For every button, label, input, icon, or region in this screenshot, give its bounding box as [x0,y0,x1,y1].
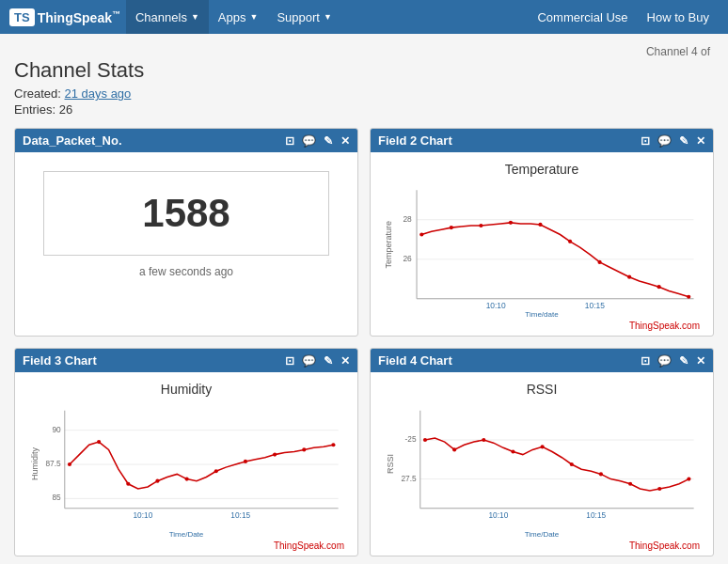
svg-text:10:15: 10:15 [230,510,250,520]
svg-point-10 [450,226,453,229]
hum-svg: 90 87.5 85 10:10 10:15 [45,399,348,530]
nav-support[interactable]: Support ▼ [267,0,340,34]
widget-header-3: Field 3 Chart ⊡ 💬 ✎ ✕ [15,349,357,372]
chart-title-rssi: RSSI [380,382,704,397]
widget-icons-1: ⊡ 💬 ✎ ✕ [285,134,350,148]
svg-point-54 [599,472,603,476]
widget-data-packet: Data_Packet_No. ⊡ 💬 ✎ ✕ 1588 a few secon… [14,128,358,337]
svg-point-11 [479,224,483,227]
widget-header-1: Data_Packet_No. ⊡ 💬 ✎ ✕ [15,129,357,152]
x-label-temp: Time/date [380,310,704,319]
widget-icons-2: ⊡ 💬 ✎ ✕ [641,134,705,148]
svg-point-56 [657,487,661,491]
svg-point-29 [68,462,71,466]
widget-title-4: Field 4 Chart [378,353,641,368]
svg-point-34 [214,469,218,473]
svg-point-50 [482,438,485,442]
svg-point-36 [273,453,277,457]
svg-point-52 [541,445,545,448]
numeric-display: 1588 [43,171,329,256]
comment-icon-2[interactable]: 💬 [657,134,672,148]
y-label-rssi: RSSI [386,454,395,474]
svg-text:10:15: 10:15 [585,301,605,310]
x-label-rssi: Time/Date [380,530,704,539]
nav-commercial[interactable]: Commercial Use [528,0,637,34]
svg-point-14 [568,240,572,243]
credit-hum: ThingSpeak.com [24,540,348,551]
svg-text:10:10: 10:10 [486,301,506,310]
rssi-chart: RSSI RSSI -25 [380,382,704,546]
y-label-hum: Humidity [30,447,40,480]
temp-svg: 28 26 10:10 10:15 [397,179,704,310]
y-label-temp: Temperature [384,221,393,269]
navbar: TS ThingSpeak™ Channels ▼ Apps ▼ Support… [0,0,728,34]
widget-title-2: Field 2 Chart [378,133,641,148]
widget-icons-3: ⊡ 💬 ✎ ✕ [285,354,350,368]
nav-howtobuy[interactable]: How to Buy [638,0,719,34]
edit-icon-4[interactable]: ✎ [679,354,688,368]
channel-info: Channel 4 of [14,45,714,58]
widget-field2: Field 2 Chart ⊡ 💬 ✎ ✕ Temperature Temper… [370,128,714,337]
export-icon[interactable]: ⊡ [285,134,294,148]
svg-text:10:10: 10:10 [488,510,508,520]
widget-body-4: RSSI RSSI -25 [371,372,713,556]
widget-header-2: Field 2 Chart ⊡ 💬 ✎ ✕ [371,129,713,152]
widget-field3: Field 3 Chart ⊡ 💬 ✎ ✕ Humidity Humidity [14,348,358,556]
svg-text:26: 26 [403,254,412,263]
widget-body-3: Humidity Humidity 90 [15,372,357,556]
comment-icon-3[interactable]: 💬 [302,354,316,368]
svg-point-31 [126,482,130,486]
charts-grid: Data_Packet_No. ⊡ 💬 ✎ ✕ 1588 a few secon… [14,128,714,556]
svg-text:-27.5: -27.5 [401,474,417,483]
created-link[interactable]: 21 days ago [65,86,132,101]
svg-text:10:10: 10:10 [133,510,152,520]
close-icon[interactable]: ✕ [340,134,350,148]
svg-point-35 [244,460,247,463]
page-title: Channel Stats [14,58,714,83]
svg-point-37 [302,447,306,451]
svg-text:-25: -25 [405,434,417,444]
humidity-chart: Humidity Humidity 90 [24,382,348,546]
close-icon-2[interactable]: ✕ [696,134,705,148]
svg-point-57 [687,478,690,481]
edit-icon-2[interactable]: ✎ [679,134,688,148]
export-icon-3[interactable]: ⊡ [285,354,294,368]
comment-icon-4[interactable]: 💬 [657,354,672,368]
widget-body-1: 1588 a few seconds ago [15,152,357,293]
x-label-hum: Time/Date [24,530,348,539]
edit-icon-3[interactable]: ✎ [324,354,333,368]
close-icon-3[interactable]: ✕ [340,354,350,368]
widget-title-1: Data_Packet_No. [23,133,285,148]
svg-point-32 [155,479,159,483]
export-icon-2[interactable]: ⊡ [641,134,650,148]
svg-point-12 [509,221,513,225]
chart-title-hum: Humidity [24,382,348,397]
widget-title-3: Field 3 Chart [23,353,285,368]
nav-channels[interactable]: Channels ▼ [126,0,209,34]
comment-icon[interactable]: 💬 [302,134,316,148]
brand: TS ThingSpeak™ [9,8,120,26]
widget-icons-4: ⊡ 💬 ✎ ✕ [641,354,705,368]
content: Channel 4 of Channel Stats Created: 21 d… [0,34,728,564]
svg-point-13 [538,223,542,227]
widget-body-2: Temperature Temperature [371,152,713,336]
nav-apps[interactable]: Apps ▼ [209,0,268,34]
credit-temp: ThingSpeak.com [380,321,704,331]
svg-point-15 [597,260,601,264]
svg-point-17 [657,285,661,289]
channel-meta: Channel 4 of Channel Stats Created: 21 d… [14,45,714,117]
svg-point-53 [570,462,574,466]
svg-text:28: 28 [403,214,412,224]
rssi-svg: -25 -27.5 10:10 10:15 [401,399,704,530]
widget-header-4: Field 4 Chart ⊡ 💬 ✎ ✕ [371,349,713,372]
entries-line: Entries: 26 [14,102,714,117]
svg-point-33 [185,478,189,481]
svg-point-9 [419,232,423,236]
edit-icon[interactable]: ✎ [324,134,333,148]
close-icon-4[interactable]: ✕ [696,354,705,368]
svg-point-30 [97,440,101,444]
svg-point-55 [628,482,632,486]
svg-point-48 [423,438,427,442]
export-icon-4[interactable]: ⊡ [641,354,650,368]
svg-text:85: 85 [52,493,61,502]
